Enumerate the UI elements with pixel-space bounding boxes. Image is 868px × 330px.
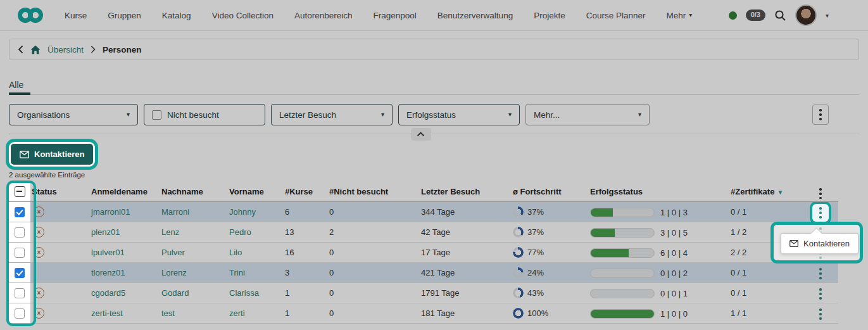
row-menu-contact-item[interactable]: Kontaktieren [781, 233, 859, 254]
select-all-checkbox[interactable] [15, 186, 25, 197]
row-select-cell [9, 243, 30, 263]
row-checkbox[interactable] [15, 207, 25, 217]
row-checkbox[interactable] [15, 308, 25, 319]
row-select-cell [9, 303, 30, 324]
row-menu-button[interactable] [812, 204, 829, 222]
row-select-cell [9, 263, 30, 283]
tour-dim-overlay [0, 0, 868, 330]
envelope-icon [789, 240, 798, 247]
row-checkbox[interactable] [15, 227, 25, 238]
row-checkbox[interactable] [15, 248, 25, 258]
kebab-menu-icon [819, 206, 822, 219]
row-menu-contact-label: Kontaktieren [803, 239, 850, 248]
select-all-cell [9, 182, 30, 202]
row-select-cell [9, 222, 30, 243]
row-select-cell [9, 202, 30, 222]
row-checkbox[interactable] [15, 288, 25, 298]
row-menu-spotlight-ring: Kontaktieren [771, 222, 863, 263]
envelope-icon [20, 151, 29, 158]
row-select-cell [9, 283, 30, 303]
contact-button[interactable]: Kontaktieren [11, 144, 93, 165]
row-checkbox[interactable] [15, 268, 25, 278]
contact-button-label: Kontaktieren [34, 149, 84, 159]
contact-button-spotlight: Kontaktieren [9, 142, 95, 167]
